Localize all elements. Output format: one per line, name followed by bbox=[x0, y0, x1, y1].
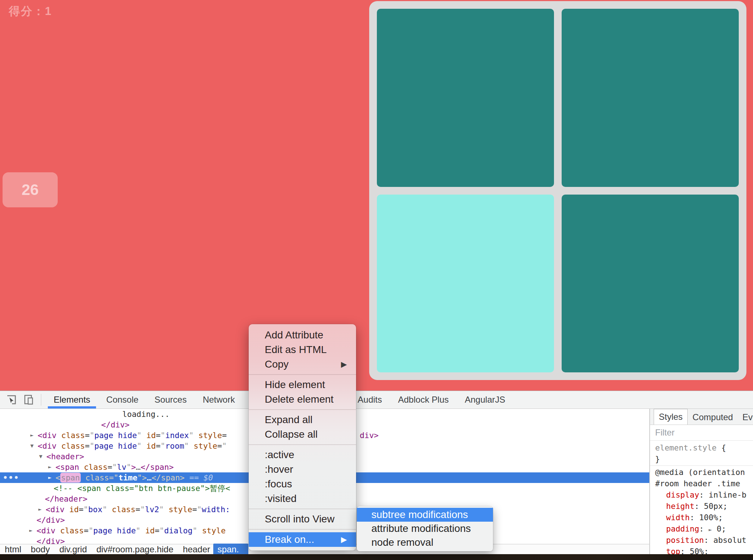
expand-arrow-icon[interactable]: ► bbox=[30, 430, 38, 441]
score-label: 得分：1 bbox=[9, 4, 52, 19]
game-page: 得分：1 26 bbox=[0, 0, 753, 391]
styles-filter[interactable]: Filter bbox=[650, 425, 753, 441]
style-rule-line[interactable]: width: 100%; bbox=[650, 512, 753, 523]
breadcrumb-div-room-page-hide[interactable]: div#room.page.hide bbox=[96, 544, 173, 555]
menu-item-hover[interactable]: :hover bbox=[249, 462, 356, 477]
style-rule-line[interactable]: @media (orientation bbox=[650, 467, 753, 478]
tabbar-separator bbox=[41, 394, 41, 406]
game-grid-panel bbox=[369, 1, 746, 380]
menu-item-active[interactable]: :active bbox=[249, 448, 356, 462]
styles-tab-styles[interactable]: Styles bbox=[654, 409, 688, 425]
row-options-dots[interactable]: ••• bbox=[3, 472, 19, 483]
tile-bottom-right[interactable] bbox=[562, 195, 739, 373]
menu-item-delete-element[interactable]: Delete element bbox=[249, 392, 356, 407]
menu-item-break-on[interactable]: Break on...▶ bbox=[249, 532, 356, 547]
breadcrumb-span[interactable]: span. bbox=[213, 544, 249, 555]
style-rule-line[interactable]: element.style { bbox=[650, 442, 753, 453]
menu-item-scroll-into-view[interactable]: Scroll into View bbox=[249, 512, 356, 526]
expand-arrow-icon[interactable]: ► bbox=[38, 504, 46, 515]
menu-item-copy[interactable]: Copy▶ bbox=[249, 357, 356, 372]
menu-separator bbox=[249, 444, 356, 445]
expand-arrow-icon[interactable]: ► bbox=[48, 472, 56, 483]
submenu-arrow-icon: ▶ bbox=[341, 357, 347, 372]
style-rule-line[interactable]: padding: ► 0; bbox=[650, 523, 753, 534]
menu-separator bbox=[249, 509, 356, 509]
tab-sources[interactable]: Sources bbox=[146, 391, 195, 409]
expand-arrow-icon[interactable]: ► bbox=[48, 462, 56, 472]
breadcrumb-html[interactable]: html bbox=[5, 544, 21, 555]
style-rule-line[interactable]: #room header .time bbox=[650, 478, 753, 489]
style-rule-line[interactable]: height: 50px; bbox=[650, 500, 753, 512]
inspect-icon[interactable] bbox=[5, 394, 18, 406]
submenu-item-subtree-modifications[interactable]: subtree modifications bbox=[357, 508, 493, 522]
styles-filter-label: Filter bbox=[655, 427, 674, 438]
style-rule-line[interactable]: display: inline-b bbox=[650, 489, 753, 500]
desktop-edge-strip bbox=[0, 554, 753, 560]
devtools-tabbar: ElementsConsoleSourcesNetworkApplication… bbox=[0, 391, 753, 409]
screenshot-stage: 得分：1 26 ElementsConsoleSourcesNetworkApp… bbox=[0, 0, 753, 560]
styles-tab-computed[interactable]: Computed bbox=[688, 410, 738, 425]
menu-item-focus[interactable]: :focus bbox=[249, 477, 356, 491]
breadcrumb-div-grid[interactable]: div.grid bbox=[59, 544, 87, 555]
tab-elements[interactable]: Elements bbox=[46, 391, 98, 409]
break-on-submenu: subtree modificationsattribute modificat… bbox=[357, 506, 493, 551]
tile-top-left[interactable] bbox=[377, 9, 554, 187]
tile-count-badge: 26 bbox=[3, 172, 58, 207]
menu-separator bbox=[249, 529, 356, 530]
tab-network[interactable]: Network bbox=[195, 391, 243, 409]
menu-item-hide-element[interactable]: Hide element bbox=[249, 377, 356, 392]
styles-sidebar: StylesComputedEvent Listeners Filter ele… bbox=[649, 409, 753, 554]
context-menu: Add AttributeEdit as HTMLCopy▶Hide eleme… bbox=[249, 324, 356, 551]
menu-item-add-attribute[interactable]: Add Attribute bbox=[249, 328, 356, 342]
tile-top-right[interactable] bbox=[562, 9, 739, 187]
breadcrumb-body[interactable]: body bbox=[31, 544, 50, 555]
expand-arrow-icon[interactable]: ► bbox=[29, 525, 37, 536]
style-rule-line[interactable]: } bbox=[650, 453, 753, 465]
style-rule-line[interactable]: position: absolut bbox=[650, 534, 753, 546]
menu-separator bbox=[249, 409, 356, 410]
tab-adblock-plus[interactable]: Adblock Plus bbox=[390, 391, 457, 409]
collapse-arrow-icon[interactable]: ▼ bbox=[30, 441, 38, 451]
submenu-item-attribute-modifications[interactable]: attribute modifications bbox=[357, 522, 493, 536]
tab-angularjs[interactable]: AngularJS bbox=[457, 391, 513, 409]
tile-bottom-left[interactable] bbox=[377, 195, 554, 373]
menu-item-expand-all[interactable]: Expand all bbox=[249, 413, 356, 427]
submenu-arrow-icon: ▶ bbox=[341, 532, 347, 547]
menu-item-edit-as-html[interactable]: Edit as HTML bbox=[249, 342, 356, 357]
rule-separator bbox=[650, 465, 753, 466]
submenu-item-node-removal[interactable]: node removal bbox=[357, 536, 493, 549]
menu-separator bbox=[249, 374, 356, 375]
menu-item-visited[interactable]: :visited bbox=[249, 491, 356, 506]
styles-tab-event-listeners[interactable]: Event Listeners bbox=[738, 410, 753, 425]
tab-console[interactable]: Console bbox=[98, 391, 146, 409]
breadcrumb-header[interactable]: header bbox=[183, 544, 210, 555]
styles-sidebar-tabs: StylesComputedEvent Listeners bbox=[650, 409, 753, 425]
tile-count-value: 26 bbox=[22, 181, 39, 199]
menu-item-collapse-all[interactable]: Collapse all bbox=[249, 427, 356, 442]
device-toolbar-icon[interactable] bbox=[23, 394, 35, 406]
styles-rules: element.style {}@media (orientation#room… bbox=[650, 441, 753, 557]
collapse-arrow-icon[interactable]: ▼ bbox=[39, 451, 46, 462]
